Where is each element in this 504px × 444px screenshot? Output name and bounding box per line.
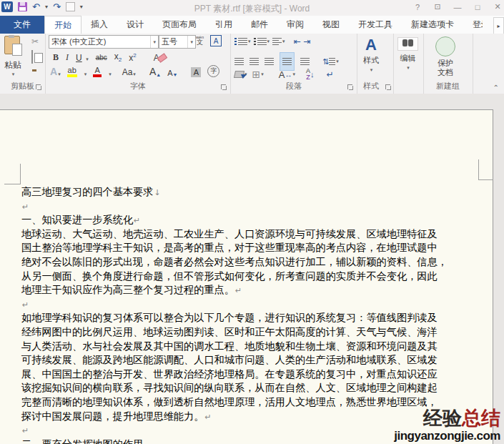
font-row2: B I U ▾ abc x2 x2 A (53, 51, 167, 64)
maximize-icon[interactable]: □ (473, 3, 483, 11)
distribute-icon[interactable] (300, 58, 310, 65)
tab-审阅[interactable]: 审阅 (277, 16, 313, 34)
tab-开始[interactable]: 开始 (44, 16, 81, 34)
strikethrough-button[interactable]: abc (96, 54, 107, 61)
doc-line[interactable]: 可持续发展、能源及跨地区能源调配、人口和城市问题、人类的生产活动和地域联系、区域… (21, 353, 485, 367)
doc-line[interactable]: 地理主干知识应作为高三整个复习过程的重点。↵ (21, 283, 485, 297)
tab-开发工具[interactable]: 开发工具 (349, 16, 402, 34)
doc-line[interactable]: 完整而清晰的地理知识体系，做到透析自然地理原理，活用人文地理点，熟悉世界地理区域… (21, 395, 485, 410)
editing-group: 编辑 ▾ (394, 34, 424, 94)
sort-button[interactable]: AZ ↓ (306, 68, 315, 81)
tab-引用[interactable]: 引用 (206, 16, 242, 34)
styles-button[interactable]: A 样式 ▾ (363, 37, 379, 74)
doc-line[interactable]: 地球运动、大气运动、地壳运动、工农业生产、人口资源环境与可持续发展、区域地理特征… (21, 227, 485, 242)
doc-line[interactable]: 从另一侧面、换个角度进行命题，但不管形式如何变化，所考查问题的实质并不会变化，因… (21, 270, 485, 284)
undo-icon[interactable]: ↶ (32, 2, 40, 11)
copy-icon[interactable] (31, 50, 33, 64)
numbering-button[interactable]: ▾ (254, 38, 270, 45)
protect-document-button[interactable]: 保护 文档 (435, 36, 455, 77)
clipboard-group: 粘贴 ▾ ✂ 剪贴板 (0, 34, 46, 94)
paragraph-dialog-launcher[interactable] (347, 84, 354, 91)
font-size-dropdown-icon: ▾ (187, 36, 193, 48)
increase-indent-icon[interactable]: ⇥ (304, 36, 311, 46)
tab-视图[interactable]: 视图 (313, 16, 349, 34)
tab-页面布局[interactable]: 页面布局 (153, 16, 206, 34)
shading-button[interactable]: ▾ (234, 71, 247, 78)
minimize-icon[interactable]: — (453, 3, 463, 11)
bullets-button[interactable]: ▾ (234, 38, 251, 45)
bold-button[interactable]: B (53, 52, 59, 63)
text-highlight-button[interactable]: ab (67, 66, 77, 77)
superscript-button[interactable]: x2 (129, 52, 136, 63)
doc-line[interactable]: 与人类活动、水与社会发展及其中国的调水工程、地质地貌和生物土壤、资源和环境问题及… (21, 340, 485, 354)
doc-line[interactable]: 一、知识要进一步系统化↵ (21, 213, 485, 227)
doc-line[interactable]: 国土整治等地理学科主干知识，是高考的重点，对于这些重现率高的考点内容，在地理试题… (21, 241, 485, 255)
more-tabs-button[interactable]: ▸ (493, 17, 504, 34)
undo-dropdown-icon[interactable]: ▾ (45, 4, 48, 10)
document-text[interactable]: 高三地理复习的四个基本要求↓↵一、知识要进一步系统化↵地球运动、大气运动、地壳运… (21, 185, 485, 444)
styles-dialog-launcher[interactable] (385, 84, 392, 91)
doc-line[interactable]: ↵ (21, 297, 485, 312)
tab-新建选项卡[interactable]: 新建选项卡 (402, 16, 463, 34)
doc-line[interactable]: 绝对不会以陈旧的形式出现，命题者必然会对这些考点知识进行加工，辅以新颖的资料、信… (21, 255, 485, 270)
grow-font-button[interactable]: A▲ (149, 66, 161, 77)
borders-button[interactable]: ⊞▾ (252, 69, 264, 80)
doc-line[interactable]: 该挖掘知识间的横向联系，寻找知识间的纵向联系，从而在自然、人文、区域地理之间构建… (21, 381, 485, 395)
enclose-characters-button[interactable]: 字 (207, 65, 219, 77)
character-shading-button[interactable]: A (191, 67, 201, 77)
doc-line[interactable]: ↵ (21, 199, 485, 214)
qat-customize-dropdown-icon[interactable]: ▾ (80, 4, 83, 10)
underline-button[interactable]: U ▾ (76, 51, 89, 64)
highlight-color-bar (67, 74, 77, 77)
tab-file[interactable]: 文件 (0, 16, 44, 34)
doc-line[interactable]: 高三地理复习的四个基本要求↓ (21, 185, 485, 199)
font-dialog-launcher[interactable] (221, 84, 227, 91)
align-right-icon[interactable] (265, 58, 274, 65)
clear-formatting-button[interactable]: A (154, 51, 167, 64)
paragraph-mark: ↵ (22, 426, 29, 435)
decrease-indent-icon[interactable]: ⇤ (294, 36, 301, 46)
doc-line[interactable]: 展、中国国土的整治与开发、世界政治经济地理格局。在专题系统的复习中，对重点知识还… (21, 367, 485, 382)
font-color-button[interactable]: A (93, 66, 102, 77)
text-effects-button[interactable]: A▾ (50, 66, 61, 77)
show-hide-marks-icon[interactable]: ↵ (326, 69, 333, 79)
font-group: 宋体 (中文正文) ▾ 五号 ▾ wén 文 A B I U ▾ abc x2 … (46, 34, 231, 94)
document-page[interactable]: 高三地理复习的四个基本要求↓↵一、知识要进一步系统化↵地球运动、大气运动、地壳运… (0, 109, 493, 444)
align-center-icon[interactable] (249, 58, 259, 65)
collapse-ribbon-icon[interactable]: ⌃ (493, 84, 499, 92)
paste-dropdown-icon: ▾ (5, 71, 21, 77)
line-break-mark: ↓ (154, 188, 160, 197)
doc-line[interactable]: 经纬网图中的比例尺运用、地球运动图判读、区时和正午太阳高度的计算、天气与气候、海… (21, 325, 485, 340)
align-left-icon[interactable] (234, 58, 244, 65)
tab-邮件[interactable]: 邮件 (242, 16, 277, 34)
word-app-icon[interactable]: W (1, 1, 13, 12)
multilevel-list-button[interactable]: ▾ (272, 38, 285, 45)
save-icon[interactable] (18, 2, 27, 11)
cut-icon[interactable]: ✂ (31, 36, 39, 46)
phonetic-guide-icon[interactable]: wén 文 (196, 35, 204, 46)
help-icon[interactable]: ? (412, 3, 423, 11)
paste-button[interactable]: 粘贴 ▾ (4, 36, 21, 77)
close-icon[interactable]: ✕ (493, 2, 503, 11)
shrink-font-button[interactable]: A▼ (167, 69, 177, 77)
character-border-icon[interactable]: A (210, 35, 222, 46)
editing-button[interactable]: 编辑 ▾ (397, 37, 418, 72)
doc-line[interactable]: 如地理学科知识的复习体系可以整合为以下几个专题，进行知识的系统复习：等值线图判读… (21, 311, 485, 325)
tab-插入[interactable]: 插入 (81, 16, 117, 34)
subscript-button[interactable]: x2 (114, 51, 122, 63)
redo-icon[interactable]: ↷ (53, 2, 61, 11)
change-case-button[interactable]: Aa▾ (122, 67, 136, 77)
ribbon-display-options-icon[interactable]: ⊡ (433, 2, 443, 11)
tab-设计[interactable]: 设计 (117, 16, 153, 34)
font-size-combo[interactable]: 五号 ▾ (159, 35, 196, 49)
paragraph-group: ▾ ▾ ▾ ⇤ ⇥ ⇅ ▾ ▾ ⊞▾ A ↔ ▾ A (231, 34, 357, 94)
qat-custom-button[interactable] (66, 2, 75, 11)
clipboard-dialog-launcher[interactable] (36, 84, 42, 91)
para-row3: ▾ ⊞▾ A ↔ ▾ AZ ↓ ↵ (234, 68, 334, 81)
italic-button[interactable]: I (66, 52, 69, 63)
tab-登录[interactable]: 登录 (463, 16, 483, 34)
asian-layout-button[interactable]: A ↔ ▾ (279, 69, 295, 80)
line-spacing-button[interactable]: ⇅ ▾ (322, 57, 339, 66)
font-name-value: 宋体 (中文正文) (51, 36, 106, 47)
font-name-combo[interactable]: 宋体 (中文正文) ▾ (49, 35, 159, 49)
